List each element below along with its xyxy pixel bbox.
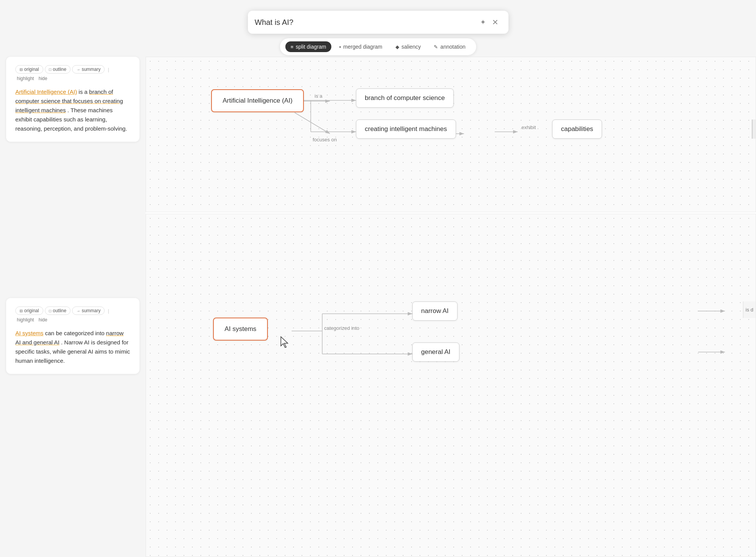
search-bar: ✦ ✕ [248,11,508,34]
ai-main-node[interactable]: Artificial Intelligence (AI) [211,89,304,112]
merged-icon: ▪ [339,44,341,50]
card-text-2: AI systems can be categorized into narro… [15,329,130,365]
summary-icon-1: → [76,67,80,72]
categorized-into-label: categorized into [324,325,359,331]
outline-label-2: outline [53,308,66,313]
divider-1: | [108,67,109,72]
original-tab-1[interactable]: ⊟ original [15,65,43,74]
general-arrow-ext [698,342,729,362]
highlighted-term-1: Artificial Intelligence (AI) [15,88,77,95]
diagram-panel-2: categorized into AI systems narrow AI ge… [146,214,756,557]
right-cutoff-1 [752,120,756,139]
branch-node[interactable]: branch of computer science [356,88,454,108]
view-toolbar: ≡ split diagram ▪ merged diagram ◆ salie… [280,38,476,55]
annotation-icon: ✎ [434,44,438,50]
ai-main-node-label: Artificial Intelligence (AI) [223,97,292,104]
summary-label-2: summary [82,308,100,313]
main-diagram-area: Artificial Intelligence (AI) is a focuse… [146,57,756,557]
magic-wand-button[interactable]: ✦ [477,16,489,28]
summary-icon-2: → [76,309,80,313]
general-ai-label: general AI [421,348,451,355]
outline-tab-2[interactable]: □ outline [45,306,71,315]
narrow-ai-node[interactable]: narrow AI [412,301,458,321]
merged-diagram-button[interactable]: ▪ merged diagram [334,41,388,52]
outline-icon-2: □ [49,309,51,313]
focuses-on-label: focuses on [313,137,337,143]
dot-background-2 [146,214,756,557]
search-input[interactable] [255,18,477,27]
outline-tab-1[interactable]: □ outline [45,65,71,74]
is-a-label: is a [315,93,322,99]
original-label-2: original [24,308,39,313]
split-diagram-label: split diagram [296,44,326,50]
hide-action-1[interactable]: hide [37,75,49,82]
text-card-1: ⊟ original □ outline → summary | highlig… [6,57,139,142]
cutoff-label-narrow: is d [743,301,756,318]
original-icon-2: ⊟ [20,309,23,313]
original-icon-1: ⊟ [20,67,23,72]
narrow-arrow-ext [698,301,729,321]
saliency-button[interactable]: ◆ saliency [390,41,426,52]
summary-label-1: summary [82,67,100,72]
hide-action-2[interactable]: hide [37,316,49,323]
card-tabs-1: ⊟ original □ outline → summary | highlig… [15,65,130,82]
annotation-button[interactable]: ✎ annotation [428,41,471,52]
summary-tab-2[interactable]: → summary [72,306,105,315]
highlighted-term-2: AI systems [15,330,43,336]
divider-2: | [108,308,109,314]
summary-tab-1[interactable]: → summary [72,65,105,74]
creating-node-label: creating intelligent machines [365,125,447,133]
highlight-action-1[interactable]: highlight [15,75,36,82]
capabilities-node-label: capabilities [561,125,593,133]
saliency-icon: ◆ [395,44,399,50]
ai-systems-node[interactable]: AI systems [213,318,268,341]
left-panel: ⊟ original □ outline → summary | highlig… [0,57,146,557]
close-button[interactable]: ✕ [489,16,502,28]
ai-systems-node-label: AI systems [225,325,256,333]
annotation-label: annotation [440,44,465,50]
original-label-1: original [24,67,39,72]
creating-node[interactable]: creating intelligent machines [356,120,456,139]
outline-label-1: outline [53,67,66,72]
text-card-2: ⊟ original □ outline → summary | highlig… [6,298,139,374]
narrow-ai-label: narrow AI [421,307,449,315]
highlight-action-2[interactable]: highlight [15,316,36,323]
saliency-label: saliency [402,44,421,50]
outline-icon-1: □ [49,67,51,72]
exhibit-label: exhibit [521,125,536,130]
card-tabs-2: ⊟ original □ outline → summary | highlig… [15,306,130,323]
card-text-1: Artificial Intelligence (AI) is a branch… [15,87,130,133]
split-icon: ≡ [290,44,294,50]
diagram-panel-1: Artificial Intelligence (AI) is a focuse… [146,57,756,212]
split-diagram-button[interactable]: ≡ split diagram [285,41,331,52]
original-tab-2[interactable]: ⊟ original [15,306,43,315]
merged-diagram-label: merged diagram [343,44,382,50]
capabilities-node[interactable]: capabilities [552,120,602,139]
branch-node-label: branch of computer science [365,94,445,102]
general-ai-node[interactable]: general AI [412,342,459,362]
